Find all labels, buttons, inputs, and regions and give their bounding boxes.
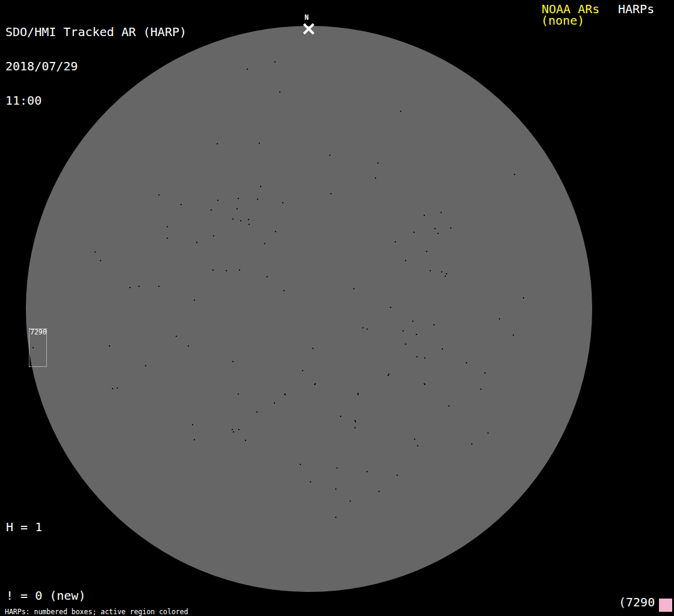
sunspot-dot [366, 328, 368, 330]
sunspot-dot [445, 276, 446, 277]
sunspot-dot [434, 228, 436, 229]
harps-column-header: HARPs [618, 4, 654, 15]
sunspot-dot [217, 143, 218, 144]
sunspot-dot [484, 372, 486, 374]
harp-color-swatch [659, 599, 672, 612]
sunspot-dot [523, 297, 524, 298]
sunspot-dot [446, 273, 447, 274]
sunspot-dot [424, 357, 425, 359]
sunspot-dot [158, 286, 159, 287]
sunspot-dot [247, 69, 248, 70]
sunspot-dot [257, 199, 258, 200]
sunspot-dot [264, 243, 265, 244]
sunspot-dot [282, 202, 283, 203]
harp-tracking-image: { "header": { "title": "SDO/HMI Tracked … [0, 0, 674, 616]
sunspot-dot [379, 491, 380, 492]
sunspot-dot [335, 488, 336, 490]
sunspot-dot [248, 219, 249, 220]
sunspot-dot [424, 215, 425, 216]
sunspot-dot [514, 174, 515, 175]
sunspot-dot [412, 321, 413, 322]
sunspot-dot [94, 251, 96, 253]
sunspot-dot [430, 270, 431, 271]
sunspot-dot [279, 91, 280, 93]
noaa-ars-none-value: (none) [541, 15, 584, 26]
sunspot-dot [285, 394, 286, 395]
sunspot-dot [400, 111, 401, 112]
sunspot-dot [239, 270, 240, 271]
sunspot-dot [188, 345, 189, 346]
sunspot-dot [355, 421, 356, 422]
sunspot-dot [138, 286, 140, 287]
sunspot-dot [336, 467, 338, 469]
sunspot-dot [433, 324, 434, 325]
sunspot-dot [249, 224, 250, 225]
sunspot-dot [260, 186, 261, 187]
sunspot-dot [283, 290, 285, 291]
title-block: SDO/HMI Tracked AR (HARP) 2018/07/29 11:… [5, 4, 187, 118]
sunspot-dot [212, 270, 214, 271]
sunspot-dot [362, 327, 363, 328]
sunspot-dot [442, 348, 443, 350]
footnotes: HARPs: numbered boxes; active region col… [5, 596, 247, 616]
sunspot-dot [129, 287, 131, 288]
sunspot-dot [259, 143, 260, 144]
sunspot-dot [413, 232, 415, 233]
north-cross-icon [302, 23, 315, 35]
sunspot-dot [226, 270, 227, 271]
sunspot-dot [466, 362, 467, 363]
sunspot-dot [158, 194, 159, 196]
sunspot-dot [397, 475, 398, 476]
sunspot-dot [377, 162, 379, 164]
sunspot-dot [240, 220, 241, 221]
sunspot-dot [357, 394, 359, 395]
sunspot-dot [335, 517, 336, 518]
sunspot-dot [232, 361, 233, 362]
sunspot-dot [416, 356, 418, 357]
sunspot-dot [310, 481, 311, 482]
sunspot-dot [274, 402, 275, 404]
sunspot-dot [450, 227, 451, 229]
sunspot-dot [181, 204, 182, 205]
sunspot-dot [167, 238, 168, 239]
sunspot-dot [390, 307, 391, 308]
sunspot-dot [238, 198, 239, 199]
sunspot-dot [194, 300, 195, 301]
sunspot-dot [499, 318, 500, 319]
sunspot-dot [340, 416, 341, 417]
sunspot-dot [194, 439, 195, 440]
harp-box-7290: 7290 [29, 328, 47, 367]
sunspot-dot [437, 233, 439, 234]
sunspot-dot [480, 389, 481, 390]
sunspot-dot [405, 343, 406, 345]
sunspot-dot [353, 288, 354, 289]
sunspot-dot [471, 443, 472, 445]
sunspot-dot [213, 235, 214, 236]
sunspot-dot [366, 471, 368, 472]
sunspot-dot [350, 500, 351, 502]
sunspot-dot [238, 429, 240, 430]
sunspot-dot [232, 429, 233, 430]
sunspot-dot [300, 464, 301, 465]
sunspot-dot [441, 271, 442, 273]
sunspot-dot [315, 383, 316, 384]
sunspot-dot [403, 330, 404, 331]
sunspot-dot [238, 393, 239, 395]
sunspot-dot [145, 365, 146, 366]
sunspot-dot [233, 431, 234, 433]
north-label: N [305, 14, 309, 21]
footnote-harps: HARPs: numbered boxes; active region col… [5, 609, 247, 615]
sunspot-dot [395, 241, 396, 242]
sunspot-dot [405, 260, 406, 261]
sunspot-dot [274, 61, 276, 63]
sunspot-dot [192, 424, 193, 425]
sunspot-dot [329, 155, 330, 156]
legend-h-count: H = 1 [6, 522, 144, 533]
sunspot-dot [109, 345, 110, 346]
observation-date: 2018/07/29 [5, 61, 187, 72]
sunspot-dot [416, 334, 417, 335]
sunspot-dot [448, 405, 450, 407]
sunspot-dot [112, 388, 113, 389]
sunspot-dot [513, 334, 514, 336]
sunspot-dot [196, 242, 197, 243]
